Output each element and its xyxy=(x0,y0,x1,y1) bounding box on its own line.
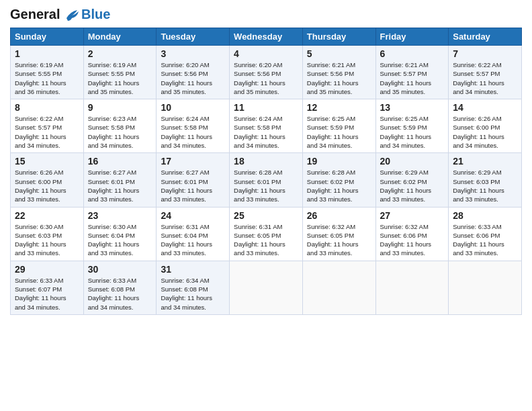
day-info: Sunrise: 6:19 AM Sunset: 5:55 PM Dayligh… xyxy=(88,60,152,96)
calendar-week-row: 1Sunrise: 6:19 AM Sunset: 5:55 PM Daylig… xyxy=(11,46,522,99)
day-number: 30 xyxy=(88,264,152,275)
day-number: 8 xyxy=(15,102,79,113)
day-info: Sunrise: 6:30 AM Sunset: 6:03 PM Dayligh… xyxy=(15,222,79,258)
day-number: 11 xyxy=(234,102,298,113)
logo-general: General xyxy=(10,7,60,21)
day-info: Sunrise: 6:25 AM Sunset: 5:59 PM Dayligh… xyxy=(380,114,445,150)
calendar-cell: 27Sunrise: 6:32 AM Sunset: 6:06 PM Dayli… xyxy=(375,207,449,261)
calendar-cell: 11Sunrise: 6:24 AM Sunset: 5:58 PM Dayli… xyxy=(230,99,303,153)
day-info: Sunrise: 6:31 AM Sunset: 6:04 PM Dayligh… xyxy=(161,222,225,258)
day-number: 9 xyxy=(88,102,152,113)
calendar-cell: 1Sunrise: 6:19 AM Sunset: 5:55 PM Daylig… xyxy=(11,46,84,99)
day-info: Sunrise: 6:32 AM Sunset: 6:05 PM Dayligh… xyxy=(307,222,371,258)
day-info: Sunrise: 6:24 AM Sunset: 5:58 PM Dayligh… xyxy=(161,114,225,150)
day-info: Sunrise: 6:29 AM Sunset: 6:02 PM Dayligh… xyxy=(380,168,445,203)
day-number: 15 xyxy=(15,156,79,167)
day-number: 31 xyxy=(161,264,225,275)
calendar-cell: 7Sunrise: 6:22 AM Sunset: 5:57 PM Daylig… xyxy=(449,46,522,99)
day-info: Sunrise: 6:20 AM Sunset: 5:56 PM Dayligh… xyxy=(161,60,225,96)
day-number: 5 xyxy=(307,48,371,59)
day-number: 13 xyxy=(380,102,445,113)
logo-bird-icon xyxy=(65,9,80,22)
calendar-cell: 6Sunrise: 6:21 AM Sunset: 5:57 PM Daylig… xyxy=(375,46,449,99)
day-info: Sunrise: 6:31 AM Sunset: 6:05 PM Dayligh… xyxy=(234,222,298,258)
logo-blue: Blue xyxy=(81,7,110,22)
day-number: 20 xyxy=(380,156,445,167)
calendar-cell: 17Sunrise: 6:27 AM Sunset: 6:01 PM Dayli… xyxy=(157,153,230,207)
calendar-table: SundayMondayTuesdayWednesdayThursdayFrid… xyxy=(10,28,522,315)
weekday-header-sunday: Sunday xyxy=(11,28,84,46)
day-info: Sunrise: 6:23 AM Sunset: 5:58 PM Dayligh… xyxy=(88,114,152,150)
day-number: 19 xyxy=(307,156,371,167)
day-number: 7 xyxy=(453,48,517,59)
weekday-header-tuesday: Tuesday xyxy=(157,28,230,46)
day-info: Sunrise: 6:22 AM Sunset: 5:57 PM Dayligh… xyxy=(15,114,79,150)
weekday-header-friday: Friday xyxy=(375,28,449,46)
weekday-header-monday: Monday xyxy=(83,28,157,46)
calendar-cell: 23Sunrise: 6:30 AM Sunset: 6:04 PM Dayli… xyxy=(83,207,157,261)
calendar-cell: 9Sunrise: 6:23 AM Sunset: 5:58 PM Daylig… xyxy=(83,99,157,153)
day-info: Sunrise: 6:24 AM Sunset: 5:58 PM Dayligh… xyxy=(234,114,298,150)
page: General Blue SundayMondayTuesdayWednesda… xyxy=(0,0,532,411)
calendar-cell: 15Sunrise: 6:26 AM Sunset: 6:00 PM Dayli… xyxy=(11,153,84,207)
calendar-week-row: 15Sunrise: 6:26 AM Sunset: 6:00 PM Dayli… xyxy=(11,153,522,207)
calendar-cell: 22Sunrise: 6:30 AM Sunset: 6:03 PM Dayli… xyxy=(11,207,84,261)
calendar-week-row: 8Sunrise: 6:22 AM Sunset: 5:57 PM Daylig… xyxy=(11,99,522,153)
day-number: 28 xyxy=(453,210,517,221)
day-info: Sunrise: 6:20 AM Sunset: 5:56 PM Dayligh… xyxy=(234,60,298,96)
calendar-cell xyxy=(375,261,449,314)
calendar-cell: 12Sunrise: 6:25 AM Sunset: 5:59 PM Dayli… xyxy=(302,99,375,153)
day-info: Sunrise: 6:25 AM Sunset: 5:59 PM Dayligh… xyxy=(307,114,371,150)
day-number: 10 xyxy=(161,102,225,113)
day-number: 1 xyxy=(15,48,79,59)
day-info: Sunrise: 6:30 AM Sunset: 6:04 PM Dayligh… xyxy=(88,222,152,258)
calendar-cell: 26Sunrise: 6:32 AM Sunset: 6:05 PM Dayli… xyxy=(302,207,375,261)
calendar-cell: 29Sunrise: 6:33 AM Sunset: 6:07 PM Dayli… xyxy=(11,261,84,314)
day-number: 25 xyxy=(234,210,298,221)
day-info: Sunrise: 6:27 AM Sunset: 6:01 PM Dayligh… xyxy=(88,168,152,203)
day-info: Sunrise: 6:28 AM Sunset: 6:02 PM Dayligh… xyxy=(307,168,371,203)
day-info: Sunrise: 6:21 AM Sunset: 5:57 PM Dayligh… xyxy=(380,60,445,96)
calendar-cell xyxy=(230,261,303,314)
calendar-week-row: 22Sunrise: 6:30 AM Sunset: 6:03 PM Dayli… xyxy=(11,207,522,261)
calendar-cell: 14Sunrise: 6:26 AM Sunset: 6:00 PM Dayli… xyxy=(449,99,522,153)
day-number: 21 xyxy=(453,156,517,167)
day-info: Sunrise: 6:22 AM Sunset: 5:57 PM Dayligh… xyxy=(453,60,517,96)
calendar-cell: 4Sunrise: 6:20 AM Sunset: 5:56 PM Daylig… xyxy=(230,46,303,99)
day-number: 17 xyxy=(161,156,225,167)
day-number: 3 xyxy=(161,48,225,59)
calendar-cell: 5Sunrise: 6:21 AM Sunset: 5:56 PM Daylig… xyxy=(302,46,375,99)
day-info: Sunrise: 6:33 AM Sunset: 6:07 PM Dayligh… xyxy=(15,276,79,312)
calendar-cell: 3Sunrise: 6:20 AM Sunset: 5:56 PM Daylig… xyxy=(157,46,230,99)
day-info: Sunrise: 6:21 AM Sunset: 5:56 PM Dayligh… xyxy=(307,60,371,96)
day-info: Sunrise: 6:34 AM Sunset: 6:08 PM Dayligh… xyxy=(161,276,225,312)
calendar-cell: 10Sunrise: 6:24 AM Sunset: 5:58 PM Dayli… xyxy=(157,99,230,153)
day-number: 27 xyxy=(380,210,445,221)
day-number: 23 xyxy=(88,210,152,221)
calendar-cell: 13Sunrise: 6:25 AM Sunset: 5:59 PM Dayli… xyxy=(375,99,449,153)
day-info: Sunrise: 6:29 AM Sunset: 6:03 PM Dayligh… xyxy=(453,168,517,203)
logo: General Blue xyxy=(10,7,110,22)
day-number: 26 xyxy=(307,210,371,221)
day-info: Sunrise: 6:33 AM Sunset: 6:06 PM Dayligh… xyxy=(453,222,517,258)
day-number: 4 xyxy=(234,48,298,59)
calendar-cell: 21Sunrise: 6:29 AM Sunset: 6:03 PM Dayli… xyxy=(449,153,522,207)
weekday-header-thursday: Thursday xyxy=(302,28,375,46)
day-number: 22 xyxy=(15,210,79,221)
day-info: Sunrise: 6:33 AM Sunset: 6:08 PM Dayligh… xyxy=(88,276,152,312)
day-number: 24 xyxy=(161,210,225,221)
calendar-cell: 18Sunrise: 6:28 AM Sunset: 6:01 PM Dayli… xyxy=(230,153,303,207)
calendar-cell: 28Sunrise: 6:33 AM Sunset: 6:06 PM Dayli… xyxy=(449,207,522,261)
calendar-cell: 16Sunrise: 6:27 AM Sunset: 6:01 PM Dayli… xyxy=(83,153,157,207)
weekday-header-wednesday: Wednesday xyxy=(230,28,303,46)
calendar-cell: 31Sunrise: 6:34 AM Sunset: 6:08 PM Dayli… xyxy=(157,261,230,314)
calendar-cell: 25Sunrise: 6:31 AM Sunset: 6:05 PM Dayli… xyxy=(230,207,303,261)
header: General Blue xyxy=(10,7,522,22)
day-number: 6 xyxy=(380,48,445,59)
day-number: 16 xyxy=(88,156,152,167)
day-number: 12 xyxy=(307,102,371,113)
calendar-week-row: 29Sunrise: 6:33 AM Sunset: 6:07 PM Dayli… xyxy=(11,261,522,314)
day-info: Sunrise: 6:26 AM Sunset: 6:00 PM Dayligh… xyxy=(453,114,517,150)
day-number: 2 xyxy=(88,48,152,59)
weekday-header-saturday: Saturday xyxy=(449,28,522,46)
